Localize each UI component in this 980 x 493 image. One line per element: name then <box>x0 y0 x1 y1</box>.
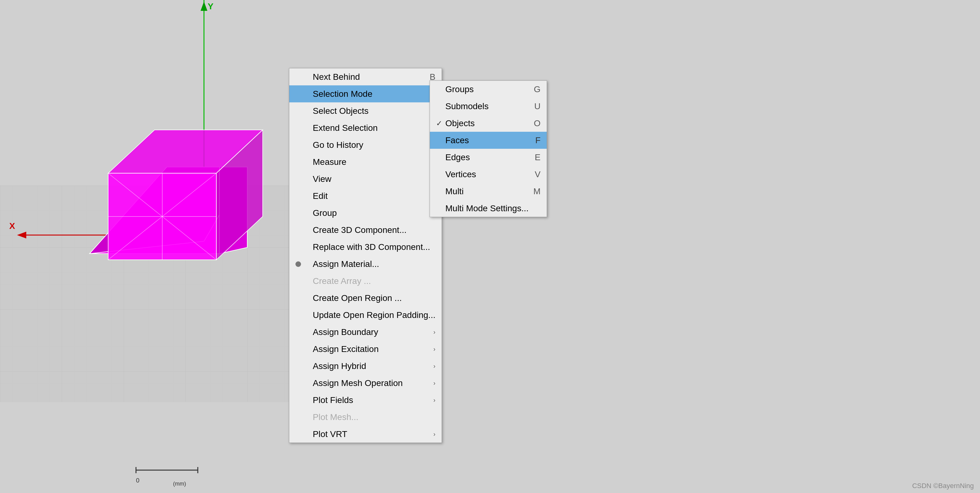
submenu-item-label-groups: Groups <box>445 85 521 94</box>
menu-item-plot-vrt[interactable]: Plot VRT› <box>289 426 442 443</box>
menu-item-arrow-plot-vrt: › <box>433 431 436 438</box>
menu-item-arrow-assign-excitation: › <box>433 345 436 353</box>
menu-item-label-view: View <box>313 174 430 184</box>
submenu-item-label-objects: Objects <box>445 118 521 128</box>
submenu-item-label-submodels: Submodels <box>445 101 522 111</box>
submenu-item-shortcut-multi: M <box>533 187 541 196</box>
submenu-item-submodels[interactable]: SubmodelsU <box>430 98 547 115</box>
menu-item-arrow-assign-mesh: › <box>433 380 436 387</box>
submenu-item-label-multi: Multi <box>445 187 521 196</box>
menu-item-label-measure: Measure <box>313 157 430 167</box>
menu-item-arrow-assign-hybrid: › <box>433 362 436 370</box>
submenu-item-objects[interactable]: ✓ObjectsO <box>430 115 547 132</box>
menu-item-label-next-behind: Next Behind <box>313 72 417 82</box>
menu-item-selection-mode[interactable]: Selection Mode› <box>289 85 442 102</box>
menu-item-label-plot-fields: Plot Fields <box>313 395 430 405</box>
svg-text:Y: Y <box>208 2 213 11</box>
menu-item-go-to-history[interactable]: Go to History <box>289 136 442 153</box>
menu-item-label-replace-3d: Replace with 3D Component... <box>313 242 436 252</box>
menu-item-create-3d[interactable]: Create 3D Component... <box>289 222 442 238</box>
svg-text:(mm): (mm) <box>173 481 186 487</box>
submenu-item-vertices[interactable]: VerticesV <box>430 166 547 183</box>
menu-item-label-select-objects: Select Objects <box>313 106 430 116</box>
menu-item-assign-hybrid[interactable]: Assign Hybrid› <box>289 357 442 375</box>
menu-item-arrow-plot-fields: › <box>433 397 436 404</box>
menu-item-create-open-region[interactable]: Create Open Region ... <box>289 289 442 306</box>
menu-item-assign-excitation[interactable]: Assign Excitation› <box>289 340 442 357</box>
watermark: CSDN ©BayernNing <box>912 482 974 490</box>
submenu-item-multi[interactable]: MultiM <box>430 183 547 200</box>
menu-item-label-go-to-history: Go to History <box>313 140 436 150</box>
menu-item-assign-material[interactable]: Assign Material... <box>289 255 442 273</box>
menu-item-edit[interactable]: Edit› <box>289 187 442 204</box>
menu-item-label-edit: Edit <box>313 191 430 201</box>
menu-item-label-assign-excitation: Assign Excitation <box>313 344 430 354</box>
menu-item-assign-boundary[interactable]: Assign Boundary› <box>289 324 442 340</box>
submenu-item-edges[interactable]: EdgesE <box>430 149 547 166</box>
submenu-item-label-multi-mode-settings: Multi Mode Settings... <box>445 204 541 214</box>
submenu-item-shortcut-submodels: U <box>535 101 541 111</box>
submenu-item-shortcut-groups: G <box>534 85 541 94</box>
menu-item-label-assign-material: Assign Material... <box>313 259 436 269</box>
menu-item-select-objects[interactable]: Select Objects› <box>289 102 442 120</box>
grid: Y X 0 (mm) <box>0 0 980 493</box>
svg-text:X: X <box>9 221 15 231</box>
menu-item-label-group: Group <box>313 208 430 218</box>
menu-item-measure[interactable]: Measure› <box>289 153 442 171</box>
menu-item-view[interactable]: View› <box>289 171 442 187</box>
menu-item-label-plot-vrt: Plot VRT <box>313 429 430 439</box>
menu-item-plot-mesh: Plot Mesh... <box>289 408 442 426</box>
menu-item-label-selection-mode: Selection Mode <box>313 89 430 99</box>
menu-item-label-create-array: Create Array ... <box>313 276 436 286</box>
submenu-item-shortcut-vertices: V <box>535 169 541 179</box>
menu-item-replace-3d[interactable]: Replace with 3D Component... <box>289 238 442 255</box>
menu-item-label-assign-mesh: Assign Mesh Operation <box>313 378 430 388</box>
menu-item-label-assign-boundary: Assign Boundary <box>313 327 430 337</box>
submenu-item-label-faces: Faces <box>445 136 523 145</box>
menu-item-label-assign-hybrid: Assign Hybrid <box>313 361 430 371</box>
submenu-item-label-edges: Edges <box>445 153 522 163</box>
menu-item-label-extend-selection: Extend Selection <box>313 123 430 133</box>
context-menu-sub: GroupsGSubmodelsU✓ObjectsOFacesFEdgesEVe… <box>430 80 547 217</box>
submenu-item-shortcut-objects: O <box>534 118 541 128</box>
submenu-item-groups[interactable]: GroupsG <box>430 81 547 98</box>
menu-item-next-behind[interactable]: Next BehindB <box>289 69 442 85</box>
submenu-item-faces[interactable]: FacesF <box>430 132 547 149</box>
menu-item-create-array: Create Array ... <box>289 273 442 289</box>
submenu-item-check-objects: ✓ <box>436 119 445 128</box>
menu-item-assign-mesh[interactable]: Assign Mesh Operation› <box>289 375 442 392</box>
context-menu-primary: Next BehindBSelection Mode›Select Object… <box>289 68 442 443</box>
submenu-item-shortcut-edges: E <box>535 153 541 163</box>
menu-item-extend-selection[interactable]: Extend Selection› <box>289 120 442 136</box>
menu-item-label-update-open-region: Update Open Region Padding... <box>313 310 436 320</box>
menu-item-plot-fields[interactable]: Plot Fields› <box>289 392 442 408</box>
menu-item-update-open-region[interactable]: Update Open Region Padding... <box>289 306 442 324</box>
menu-item-label-plot-mesh: Plot Mesh... <box>313 412 436 422</box>
menu-item-arrow-assign-boundary: › <box>433 329 436 335</box>
submenu-item-label-vertices: Vertices <box>445 169 522 179</box>
menu-item-group[interactable]: Group› <box>289 204 442 222</box>
viewport: Y X 0 (mm) <box>0 0 980 493</box>
menu-item-label-create-open-region: Create Open Region ... <box>313 293 436 303</box>
submenu-item-multi-mode-settings[interactable]: Multi Mode Settings... <box>430 200 547 217</box>
menu-item-label-create-3d: Create 3D Component... <box>313 225 436 235</box>
submenu-item-shortcut-faces: F <box>535 136 541 145</box>
svg-text:0: 0 <box>136 477 139 484</box>
